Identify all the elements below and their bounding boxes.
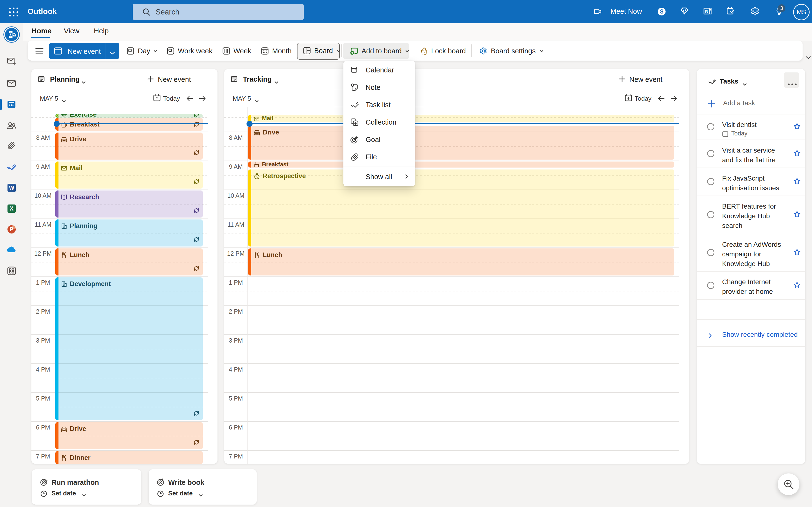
- svg-text:P: P: [10, 226, 13, 232]
- svg-text:X: X: [10, 206, 13, 212]
- svg-text:N: N: [705, 9, 708, 14]
- svg-text:S: S: [660, 8, 663, 15]
- svg-text:W: W: [9, 185, 14, 191]
